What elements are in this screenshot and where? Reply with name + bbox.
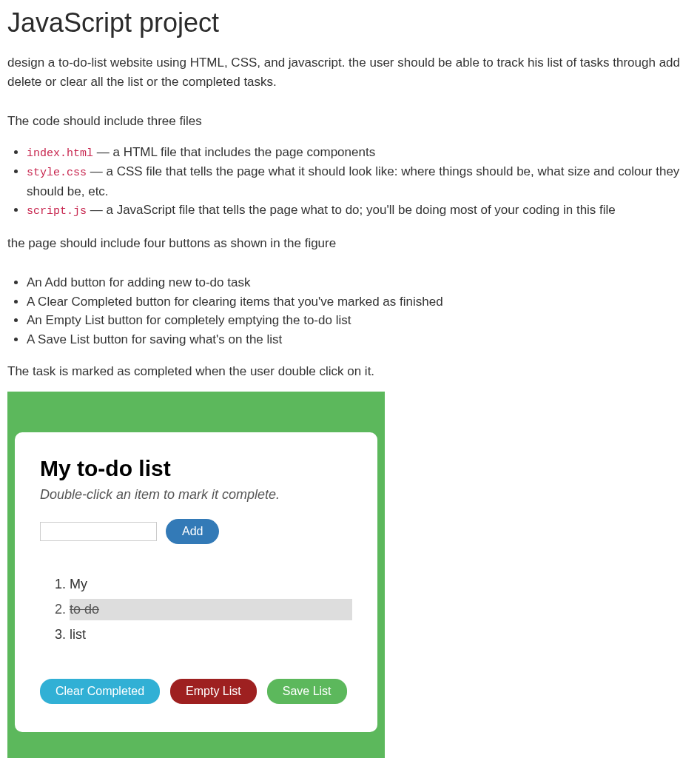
files-intro: The code should include three files bbox=[7, 112, 693, 131]
page-title: JavaScript project bbox=[7, 7, 693, 38]
list-item: A Clear Completed button for clearing it… bbox=[27, 292, 693, 312]
new-task-input[interactable] bbox=[40, 522, 157, 541]
list-item: style.css — a CSS file that tells the pa… bbox=[27, 162, 693, 201]
list-item: An Empty List button for completely empt… bbox=[27, 311, 693, 330]
todo-card: My to-do list Double-click an item to ma… bbox=[15, 432, 377, 732]
filename-code: style.css bbox=[27, 167, 87, 179]
file-description: — a CSS file that tells the page what it… bbox=[27, 164, 679, 198]
list-item: A Save List button for saving what's on … bbox=[27, 330, 693, 349]
todo-instruction: Double-click an item to mark it complete… bbox=[40, 487, 352, 503]
file-description: — a JavaScript file that tells the page … bbox=[87, 203, 616, 217]
filename-code: script.js bbox=[27, 205, 87, 218]
buttons-intro: the page should include four buttons as … bbox=[7, 234, 693, 253]
action-button-row: Clear Completed Empty List Save List bbox=[40, 679, 352, 704]
input-row: Add bbox=[40, 519, 352, 544]
save-list-button[interactable]: Save List bbox=[267, 679, 347, 704]
todo-list: My to do list bbox=[70, 574, 352, 645]
completion-note: The task is marked as completed when the… bbox=[7, 362, 693, 381]
todo-title: My to-do list bbox=[40, 456, 352, 481]
buttons-spec-list: An Add button for adding new to-do task … bbox=[21, 273, 693, 349]
add-button[interactable]: Add bbox=[166, 519, 219, 544]
empty-list-button[interactable]: Empty List bbox=[170, 679, 257, 704]
file-description: — a HTML file that includes the page com… bbox=[93, 145, 375, 159]
files-list: index.html — a HTML file that includes t… bbox=[21, 143, 693, 221]
example-figure: My to-do list Double-click an item to ma… bbox=[7, 392, 385, 759]
list-item: An Add button for adding new to-do task bbox=[27, 273, 693, 292]
todo-item[interactable]: list bbox=[70, 624, 352, 645]
filename-code: index.html bbox=[27, 147, 93, 160]
list-item: script.js — a JavaScript file that tells… bbox=[27, 201, 693, 221]
todo-item[interactable]: My bbox=[70, 574, 352, 595]
list-item: index.html — a HTML file that includes t… bbox=[27, 143, 693, 163]
todo-item-completed[interactable]: to do bbox=[70, 599, 352, 620]
project-description: design a to-do-list website using HTML, … bbox=[7, 53, 693, 91]
clear-completed-button[interactable]: Clear Completed bbox=[40, 679, 160, 704]
